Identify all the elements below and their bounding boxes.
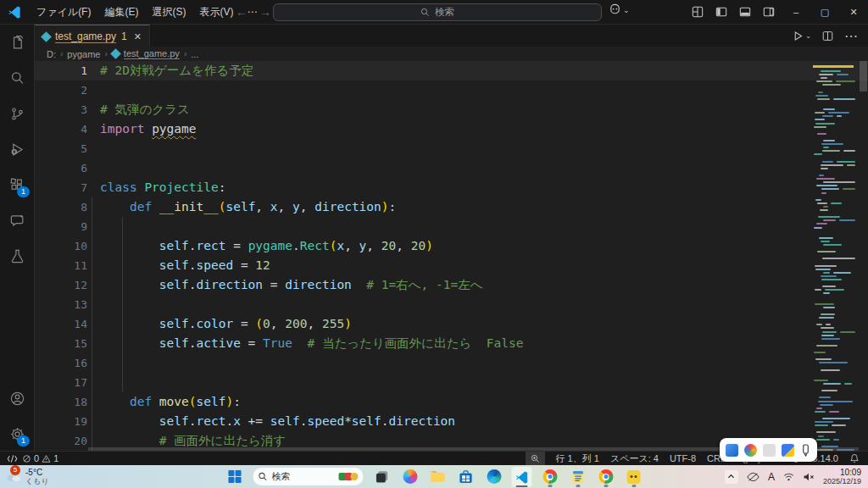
encoding-status[interactable]: UTF-8: [670, 453, 696, 463]
chrome-icon[interactable]: [540, 467, 560, 487]
notes-app-icon[interactable]: [568, 467, 588, 487]
minimap[interactable]: [811, 61, 859, 452]
run-dropdown-icon[interactable]: ⌄: [805, 32, 811, 40]
network-icon[interactable]: [783, 472, 794, 481]
alert-app-icon[interactable]: [782, 444, 794, 457]
python-file-icon: [41, 31, 52, 42]
nav-forward-icon[interactable]: →: [259, 5, 271, 19]
indent-guide: [122, 217, 123, 392]
code-line[interactable]: 1# 2D対戦ゲームを作る予定: [35, 61, 868, 80]
tab-close-icon[interactable]: ✕: [134, 31, 142, 42]
line-number: 2: [35, 84, 100, 97]
code-line[interactable]: 8 def __init__(self, x, y, direction):: [35, 197, 868, 217]
code-line[interactable]: 14 self.color = (0, 200, 255): [35, 314, 868, 334]
vscode-taskbar-icon[interactable]: [512, 467, 532, 487]
code-line[interactable]: 16: [35, 353, 868, 373]
task-view-button[interactable]: [372, 467, 392, 487]
code-line[interactable]: 18 def move(self):: [35, 392, 868, 412]
line-number: 6: [35, 162, 100, 175]
edge-browser-icon[interactable]: [484, 467, 504, 487]
breadcrumb-drive[interactable]: D:: [47, 49, 56, 59]
code-line[interactable]: 6: [35, 158, 868, 178]
remote-indicator-icon[interactable]: [7, 453, 18, 464]
code-line[interactable]: 15 self.active = True # 当たったり画面外に出たら Fal…: [35, 334, 868, 353]
line-number: 9: [35, 220, 100, 233]
minimize-button[interactable]: –: [782, 0, 810, 24]
code-line[interactable]: 3# 気弾のクラス: [35, 100, 868, 119]
split-editor-icon[interactable]: [822, 30, 833, 42]
breadcrumb-file[interactable]: test_game.py: [124, 48, 180, 59]
testing-icon[interactable]: [0, 238, 34, 274]
tab-test-game-py[interactable]: test_game.py 1 ✕: [35, 25, 150, 47]
maximize-button[interactable]: ▢: [810, 0, 839, 24]
chrome-profile-icon[interactable]: [596, 467, 616, 487]
line-number: 20: [35, 435, 100, 447]
scrollbar-thumb[interactable]: [860, 61, 867, 92]
code-line[interactable]: 12 self.direction = direction # 1=右へ, -1…: [35, 275, 868, 295]
command-center-search[interactable]: 検索: [273, 3, 602, 21]
colors-app-icon[interactable]: [744, 444, 757, 457]
account-icon[interactable]: [0, 380, 34, 416]
code-line[interactable]: 19 self.rect.x += self.speed*self.direct…: [35, 412, 868, 431]
ime-mode-indicator[interactable]: A: [768, 471, 775, 483]
volume-muted-icon[interactable]: [803, 472, 815, 482]
extensions-icon[interactable]: 1: [0, 167, 34, 202]
microsoft-store-icon[interactable]: [456, 467, 476, 487]
problems-status[interactable]: 0 1: [22, 453, 58, 463]
notifications-bell-icon[interactable]: [849, 453, 860, 463]
nav-back-icon[interactable]: ←: [236, 5, 248, 19]
menu-file[interactable]: ファイル(F): [30, 0, 97, 24]
zoom-indicator[interactable]: [526, 452, 545, 465]
menu-edit[interactable]: 編集(E): [97, 0, 145, 24]
windows-taskbar: 5 -5°C くもり 検索: [0, 465, 868, 488]
copilot-app-icon[interactable]: [400, 467, 420, 487]
code-line[interactable]: 11 self.speed = 12: [35, 256, 868, 275]
taskbar-search[interactable]: 検索: [253, 467, 364, 486]
editor-more-actions-icon[interactable]: ⋯: [844, 28, 858, 44]
window-app-icon[interactable]: [726, 444, 738, 457]
cursor-position[interactable]: 行 1、列 1: [556, 452, 599, 465]
extensions-badge: 1: [17, 186, 30, 197]
settings-gear-icon[interactable]: 1: [0, 416, 34, 452]
vertical-scrollbar[interactable]: [859, 61, 868, 452]
customize-layout-icon[interactable]: [692, 6, 704, 18]
code-line[interactable]: 4import pygame: [35, 119, 868, 139]
tray-overflow-chevron-icon[interactable]: [725, 470, 738, 484]
close-button[interactable]: ✕: [839, 0, 868, 24]
toggle-secondary-sidebar-icon[interactable]: [763, 6, 775, 18]
run-debug-icon[interactable]: [0, 131, 34, 167]
line-number: 11: [35, 259, 100, 272]
copilot-menu-button[interactable]: ⌄: [609, 3, 630, 16]
start-button[interactable]: [225, 467, 245, 487]
floating-widget-toolbar[interactable]: [720, 438, 817, 462]
run-python-button[interactable]: ⌄: [793, 30, 811, 42]
pen-icon[interactable]: [800, 444, 811, 457]
eye-hidden-icon[interactable]: [747, 472, 760, 482]
code-line[interactable]: 9: [35, 217, 868, 236]
line-text: def move(self):: [100, 392, 241, 412]
breadcrumb-separator: ›: [104, 49, 107, 58]
toggle-panel-icon[interactable]: [739, 6, 751, 18]
explorer-icon[interactable]: [0, 25, 34, 60]
toggle-sidebar-icon[interactable]: [715, 6, 727, 18]
weather-widget[interactable]: 5 -5°C くもり: [5, 469, 49, 485]
menu-view[interactable]: 表示(V): [192, 0, 240, 24]
game-app-icon[interactable]: [624, 467, 644, 487]
code-line[interactable]: 7class Projectile:: [35, 178, 868, 197]
breadcrumb-folder[interactable]: pygame: [67, 49, 100, 59]
taskbar-clock[interactable]: 10:09 2025/12/19: [823, 469, 861, 485]
code-line[interactable]: 17: [35, 373, 868, 392]
code-line[interactable]: 5: [35, 139, 868, 158]
source-control-icon[interactable]: [0, 96, 34, 131]
search-sidebar-icon[interactable]: [0, 60, 34, 96]
code-editor[interactable]: 1# 2D対戦ゲームを作る予定23# 気弾のクラス4import pygame5…: [35, 61, 868, 452]
disabled-app-icon[interactable]: [763, 444, 776, 457]
chat-icon[interactable]: [0, 202, 34, 238]
menu-selection[interactable]: 選択(S): [145, 0, 192, 24]
code-line[interactable]: 2: [35, 80, 868, 100]
code-line[interactable]: 13: [35, 295, 868, 314]
code-line[interactable]: 10 self.rect = pygame.Rect(x, y, 20, 20): [35, 236, 868, 256]
breadcrumb-symbol[interactable]: ...: [191, 49, 198, 59]
file-explorer-icon[interactable]: [428, 467, 448, 487]
indentation-status[interactable]: スペース: 4: [610, 452, 659, 465]
